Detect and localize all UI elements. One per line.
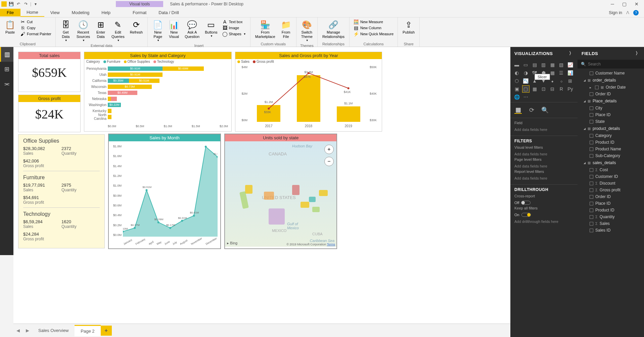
viz-type-icon[interactable]: ▢ bbox=[522, 85, 530, 93]
field-item[interactable]: Product ID bbox=[578, 207, 644, 213]
tab-home[interactable]: Home bbox=[20, 8, 44, 17]
field-item[interactable]: Customer ID bbox=[578, 173, 644, 180]
card-gross-profit[interactable]: Gross profit $24K bbox=[18, 95, 81, 132]
viz-type-icon[interactable]: Py bbox=[566, 85, 574, 93]
redo-icon[interactable]: ↷ bbox=[23, 1, 29, 7]
field-table[interactable]: ◢⊞sales_details bbox=[578, 159, 644, 166]
page-next-icon[interactable]: ▶ bbox=[23, 328, 32, 333]
new-visual-button[interactable]: 📊New Visual bbox=[167, 19, 181, 40]
report-canvas[interactable]: Total sales $659K Gross profit $24K Sale… bbox=[13, 47, 510, 324]
field-item[interactable]: City bbox=[578, 105, 644, 111]
viz-type-icon[interactable]: ▦ bbox=[549, 69, 556, 77]
viz-type-icon[interactable]: ⬡ bbox=[513, 77, 520, 85]
publish-button[interactable]: ⇪Publish bbox=[401, 19, 417, 35]
chart-sales-by-state-category[interactable]: Sales by State and Category Category Fur… bbox=[84, 52, 232, 132]
field-table[interactable]: ◢⊞product_details bbox=[578, 125, 644, 132]
tab-data-drill[interactable]: Data / Drill bbox=[152, 9, 185, 16]
viz-type-icon[interactable]: ⊞ bbox=[566, 77, 574, 85]
zoom-in-icon[interactable]: + bbox=[324, 145, 334, 154]
switch-theme-button[interactable]: 🎨Switch Theme▼ bbox=[299, 19, 315, 43]
viz-type-icon[interactable]: ▧ bbox=[558, 61, 565, 68]
multirow-card[interactable]: Office Supplies$28,30,082Sales2372Quanti… bbox=[18, 134, 105, 248]
from-file-button[interactable]: 📁From File bbox=[279, 19, 293, 40]
field-item[interactable]: Category bbox=[578, 132, 644, 139]
field-search[interactable]: 🔍 bbox=[578, 60, 644, 68]
qat-dropdown-icon[interactable]: ▾ bbox=[33, 1, 39, 7]
data-view-button[interactable]: ⊞ bbox=[0, 62, 13, 77]
cut-button[interactable]: ✂Cut bbox=[19, 19, 53, 25]
edit-queries-button[interactable]: ✎Edit Queries▼ bbox=[109, 19, 127, 43]
field-well-placeholder[interactable]: Add data fields here bbox=[514, 126, 573, 133]
refresh-button[interactable]: ⟳Refresh bbox=[128, 19, 145, 35]
chart-sales-by-month[interactable]: Sales by Month $1.8M$1.6M$1.4M$1.2M$1.0M… bbox=[108, 134, 221, 249]
viz-type-icon[interactable]: ⊟ bbox=[549, 85, 556, 93]
field-item[interactable]: Sales ID bbox=[578, 227, 644, 234]
field-item[interactable]: Product ID bbox=[578, 139, 644, 146]
viz-type-icon[interactable]: ▥ bbox=[540, 61, 547, 68]
field-item[interactable]: Sub-Category bbox=[578, 152, 644, 159]
chevron-right-icon[interactable]: 〉 bbox=[569, 50, 574, 56]
format-tab-icon[interactable]: ⟳ bbox=[528, 106, 535, 114]
analytics-tab-icon[interactable]: 🔍 bbox=[541, 106, 549, 114]
drillthrough-placeholder[interactable]: Add drillthrough fields here bbox=[514, 218, 573, 225]
paste-button[interactable]: 📋Paste bbox=[3, 19, 17, 35]
add-page-button[interactable]: + bbox=[101, 326, 112, 336]
page-tab[interactable]: Sales Overview bbox=[32, 325, 75, 336]
get-data-button[interactable]: 🗄Get Data▼ bbox=[58, 19, 73, 43]
card-total-sales[interactable]: Total sales $659K bbox=[18, 52, 81, 92]
keep-filters-toggle[interactable]: On bbox=[514, 211, 573, 218]
zoom-out-icon[interactable]: − bbox=[324, 157, 334, 166]
chevron-up-icon[interactable]: ᐱ bbox=[626, 10, 629, 15]
viz-type-icon[interactable]: 🌐 bbox=[513, 93, 520, 101]
filter-placeholder[interactable]: Add data fields here bbox=[514, 163, 573, 170]
viz-type-icon[interactable]: ☰ bbox=[558, 69, 565, 77]
panel-header[interactable]: VISUALIZATIONS〉 bbox=[510, 47, 578, 60]
shapes-button[interactable]: ◯Shapes▼ bbox=[221, 31, 247, 37]
model-view-button[interactable]: ⫘ bbox=[0, 77, 13, 91]
minimize-icon[interactable]: ─ bbox=[611, 1, 614, 7]
field-table[interactable]: ◢⊞order_details bbox=[578, 77, 644, 84]
viz-type-icon[interactable]: ⋯ bbox=[522, 93, 530, 101]
chart-sales-gross-profit-year[interactable]: Sales and Gross profit by Year Sales Gro… bbox=[235, 52, 382, 132]
textbox-button[interactable]: AText box bbox=[221, 19, 247, 25]
viz-type-icon[interactable]: ▬ bbox=[513, 61, 520, 68]
field-item[interactable]: Place ID bbox=[578, 111, 644, 118]
filter-placeholder[interactable]: Add data fields here bbox=[514, 175, 573, 182]
search-input[interactable] bbox=[588, 62, 641, 66]
field-item[interactable]: Product Name bbox=[578, 146, 644, 152]
tab-format[interactable]: Format bbox=[127, 9, 152, 16]
viz-type-icon[interactable]: ▦ bbox=[531, 85, 538, 93]
panel-header[interactable]: FIELDS〉 bbox=[578, 47, 644, 60]
viz-type-icon[interactable]: ◑ bbox=[522, 69, 530, 77]
help-icon[interactable]: ? bbox=[633, 10, 639, 15]
tab-help[interactable]: Help bbox=[95, 9, 117, 16]
maximize-icon[interactable]: ▢ bbox=[622, 1, 627, 7]
field-item[interactable]: ▸⊞Order Date bbox=[578, 84, 644, 91]
field-item[interactable]: ΣCost bbox=[578, 166, 644, 173]
viz-type-icon[interactable]: ▭ bbox=[522, 61, 530, 68]
page-prev-icon[interactable]: ◀ bbox=[13, 328, 23, 333]
field-item[interactable]: ΣDiscount bbox=[578, 180, 644, 187]
fields-well-tab-icon[interactable]: ▦ bbox=[514, 106, 522, 114]
tab-view[interactable]: View bbox=[44, 9, 66, 16]
field-item[interactable]: State bbox=[578, 118, 644, 125]
manage-relationships-button[interactable]: 🔗Manage Relationships bbox=[320, 19, 347, 40]
cross-report-toggle[interactable]: Off bbox=[514, 199, 573, 206]
viz-type-icon[interactable]: 📊 bbox=[566, 69, 574, 77]
copy-button[interactable]: ⎘Copy bbox=[19, 25, 53, 31]
report-view-button[interactable]: ▥ bbox=[0, 47, 13, 62]
viz-type-icon[interactable]: 📈 bbox=[566, 61, 574, 68]
viz-type-icon[interactable]: ⬥ bbox=[549, 77, 556, 85]
viz-type-icon[interactable]: R bbox=[558, 85, 565, 93]
field-table[interactable]: ◢⊞Place_details bbox=[578, 97, 644, 105]
image-button[interactable]: 🖼Image bbox=[221, 25, 247, 31]
field-item[interactable]: ΣQuantity bbox=[578, 213, 644, 220]
viz-type-icon[interactable]: ◐ bbox=[513, 69, 520, 77]
new-page-button[interactable]: 📄New Page▼ bbox=[150, 19, 165, 43]
field-item[interactable]: ΣSales bbox=[578, 220, 644, 227]
tab-modeling[interactable]: Modeling bbox=[66, 9, 96, 16]
viz-type-icon[interactable]: ▦ bbox=[549, 61, 556, 68]
viz-type-icon[interactable]: 📉 bbox=[522, 77, 530, 85]
filter-placeholder[interactable]: Add data fields here bbox=[514, 151, 573, 157]
from-marketplace-button[interactable]: 🏪From Marketplace bbox=[253, 19, 277, 40]
